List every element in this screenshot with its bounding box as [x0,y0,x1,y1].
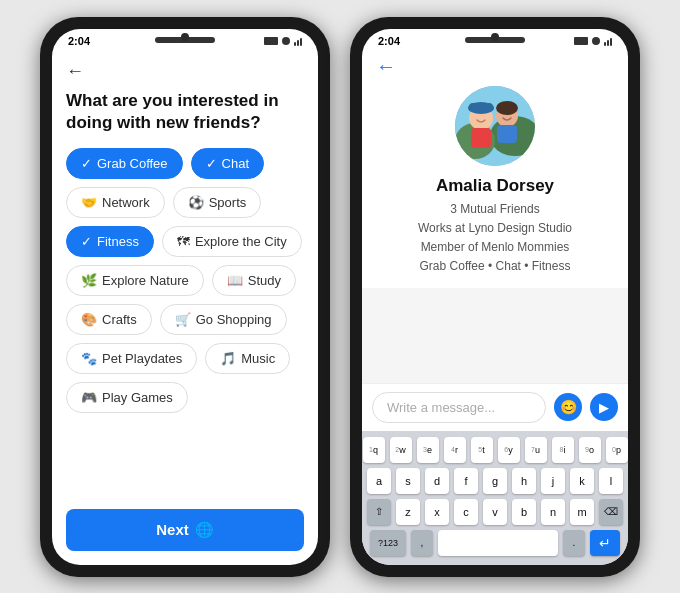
chip-sports[interactable]: ⚽ Sports [173,187,262,218]
key-5[interactable]: 5t [471,437,493,463]
key-7[interactable]: 7u [525,437,547,463]
keyboard-row-numbers: 1q 2w 3e 4r 5t 6y 7u 8i 9o 0p [366,437,624,463]
key-d[interactable]: d [425,468,449,494]
key-shift[interactable]: ⇧ [367,499,391,525]
chip-row-6: 🐾 Pet Playdates 🎵 Music [66,343,304,374]
time-2: 2:04 [378,35,400,47]
chip-network[interactable]: 🤝 Network [66,187,165,218]
key-backspace[interactable]: ⌫ [599,499,623,525]
key-0[interactable]: 0p [606,437,628,463]
key-x[interactable]: x [425,499,449,525]
phone-2-screen: 2:04 ← [362,29,628,565]
key-8[interactable]: 8i [552,437,574,463]
nature-icon: 🌿 [81,273,97,288]
key-s[interactable]: s [396,468,420,494]
chip-explore-nature[interactable]: 🌿 Explore Nature [66,265,204,296]
key-comma[interactable]: , [411,530,433,556]
key-k[interactable]: k [570,468,594,494]
chip-pet-playdates[interactable]: 🐾 Pet Playdates [66,343,197,374]
chip-study-label: Study [248,273,281,288]
keyboard-row-3: ⇧ z x c v b n m ⌫ [366,499,624,525]
back-button-1[interactable]: ← [66,61,304,82]
key-l[interactable]: l [599,468,623,494]
back-button-2[interactable]: ← [362,51,628,86]
shopping-icon: 🛒 [175,312,191,327]
chip-row-2: 🤝 Network ⚽ Sports [66,187,304,218]
interests-screen: ← What are you interested in doing with … [52,51,318,499]
chip-row-5: 🎨 Crafts 🛒 Go Shopping [66,304,304,335]
network-icon: 🤝 [81,195,97,210]
chip-crafts-label: Crafts [102,312,137,327]
chips-container: ✓ Grab Coffee ✓ Chat 🤝 Network ⚽ [66,148,304,413]
chip-play-games-label: Play Games [102,390,173,405]
key-space[interactable] [438,530,558,556]
key-g[interactable]: g [483,468,507,494]
phone-1: 2:04 ← What are you interested in doing … [40,17,330,577]
message-input-placeholder[interactable]: Write a message... [372,392,546,423]
svg-rect-4 [471,128,491,148]
avatar [455,86,535,166]
next-button[interactable]: Next 🌐 [66,509,304,551]
coffee-icon: ✓ [81,156,92,171]
status-icons-1 [264,36,302,46]
wifi-icon-2 [592,37,600,45]
wifi-icon [282,37,290,45]
key-a[interactable]: a [367,468,391,494]
key-b[interactable]: b [512,499,536,525]
key-9[interactable]: 9o [579,437,601,463]
chip-crafts[interactable]: 🎨 Crafts [66,304,152,335]
key-4[interactable]: 4r [444,437,466,463]
emoji-button[interactable]: 😊 [554,393,582,421]
key-z[interactable]: z [396,499,420,525]
signal-icon [294,36,302,46]
chip-music-label: Music [241,351,275,366]
keyboard-row-2: a s d f g h j k l [366,468,624,494]
key-return[interactable]: ↵ [590,530,620,556]
crafts-icon: 🎨 [81,312,97,327]
status-icons-2 [574,36,612,46]
chip-fitness-label: Fitness [97,234,139,249]
key-period[interactable]: . [563,530,585,556]
screen-title: What are you interested in doing with ne… [66,90,304,134]
key-m[interactable]: m [570,499,594,525]
chip-grab-coffee[interactable]: ✓ Grab Coffee [66,148,183,179]
key-2[interactable]: 2w [390,437,412,463]
message-area [362,288,628,382]
key-h[interactable]: h [512,468,536,494]
chip-study[interactable]: 📖 Study [212,265,296,296]
keyboard-row-4: ?123 , . ↵ [366,530,624,556]
profile-info: Amalia Dorsey 3 Mutual Friends Works at … [362,86,628,289]
send-button[interactable]: ▶ [590,393,618,421]
phone-1-screen: 2:04 ← What are you interested in doing … [52,29,318,565]
status-bar-2: 2:04 [362,29,628,51]
chip-network-label: Network [102,195,150,210]
chip-explore-city-label: Explore the City [195,234,287,249]
message-input-container: Write a message... 😊 ▶ [362,383,628,431]
key-j[interactable]: j [541,468,565,494]
chip-sports-label: Sports [209,195,247,210]
music-icon: 🎵 [220,351,236,366]
profile-screen: ← [362,51,628,565]
chip-fitness[interactable]: ✓ Fitness [66,226,154,257]
sports-icon: ⚽ [188,195,204,210]
next-btn-container: Next 🌐 [52,499,318,565]
chip-play-games[interactable]: 🎮 Play Games [66,382,188,413]
send-icon: ▶ [599,400,609,415]
chip-row-3: ✓ Fitness 🗺 Explore the City [66,226,304,257]
key-c[interactable]: c [454,499,478,525]
chip-go-shopping[interactable]: 🛒 Go Shopping [160,304,287,335]
key-1[interactable]: 1q [363,437,385,463]
chip-chat[interactable]: ✓ Chat [191,148,264,179]
phone-2: 2:04 ← [350,17,640,577]
key-num-toggle[interactable]: ?123 [370,530,406,556]
chip-explore-city[interactable]: 🗺 Explore the City [162,226,302,257]
key-3[interactable]: 3e [417,437,439,463]
profile-mutual-friends: 3 Mutual Friends Works at Lyno Design St… [418,200,572,277]
study-icon: 📖 [227,273,243,288]
key-v[interactable]: v [483,499,507,525]
chip-row-4: 🌿 Explore Nature 📖 Study [66,265,304,296]
key-n[interactable]: n [541,499,565,525]
key-6[interactable]: 6y [498,437,520,463]
key-f[interactable]: f [454,468,478,494]
chip-music[interactable]: 🎵 Music [205,343,290,374]
